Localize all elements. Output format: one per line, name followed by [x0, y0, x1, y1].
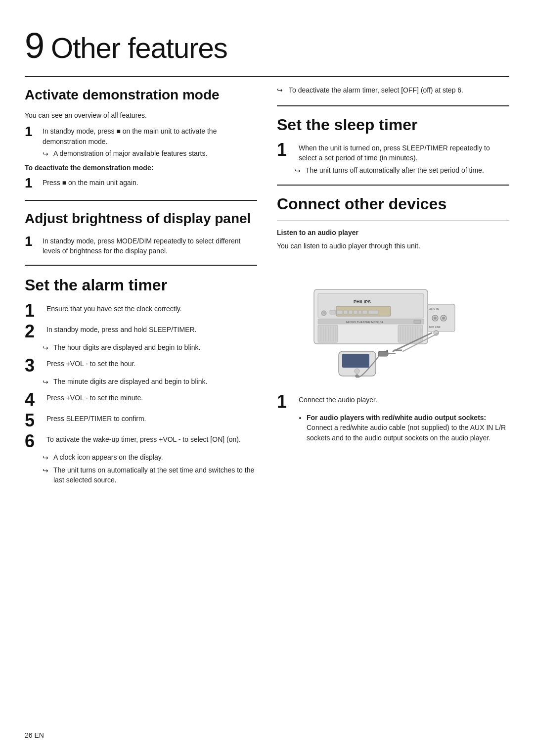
arrow-icon-deact: ↪: [277, 85, 285, 95]
alarm-step6: 6 To activate the wake-up timer, press +…: [25, 432, 257, 485]
page-footer: 26 EN: [25, 730, 44, 740]
arrow-icon-alarm6a: ↪: [43, 453, 50, 463]
arrow-icon-alarm2: ↪: [43, 343, 50, 353]
connect-devices-title: Connect other devices: [277, 192, 509, 215]
svg-point-4: [321, 311, 326, 316]
svg-text:AUX IN: AUX IN: [429, 308, 439, 311]
alarm-step3: 3 Press +VOL - to set the hour. ↪ The mi…: [25, 357, 257, 387]
deactivate-demo-step1: 1 Press ■ on the main unit again.: [25, 176, 257, 191]
svg-text:MP3 LINK: MP3 LINK: [429, 326, 441, 329]
svg-rect-47: [342, 354, 369, 368]
alarm-step6-arrow2: The unit turns on automatically at the s…: [53, 465, 257, 485]
svg-rect-6: [337, 310, 343, 314]
activate-demo-step1: 1 In standby mode, press ■ on the main u…: [25, 124, 257, 159]
svg-point-37: [434, 317, 437, 320]
sleep-step1-num: 1: [277, 141, 295, 159]
sleep-step1-arrow: The unit turns off automatically after t…: [306, 165, 484, 175]
listen-audio-player-subtitle: Listen to an audio player: [277, 228, 509, 237]
alarm-step3-num: 3: [25, 357, 43, 375]
alarm-step4-text: Press +VOL - to set the minute.: [46, 391, 143, 403]
section-alarm-timer: Set the alarm timer 1 Ensure that you ha…: [25, 274, 257, 485]
step-num-1: 1: [25, 124, 39, 140]
page-title: 9Other features: [25, 20, 509, 71]
section-sleep-timer: Set the sleep timer 1 When the unit is t…: [277, 113, 509, 176]
connect-step1: 1 Connect the audio player. For audio pl…: [277, 393, 509, 443]
alarm-step2-text: In standby mode, press and hold SLEEP/TI…: [46, 323, 197, 334]
section-activate-demo: Activate demonstration mode You can see …: [25, 85, 257, 191]
deactivate-demo-text: Press ■ on the main unit again.: [43, 176, 138, 188]
sleep-step1: 1 When the unit is turned on, press SLEE…: [277, 141, 509, 176]
svg-rect-5: [330, 310, 336, 314]
alarm-step3-text: Press +VOL - to set the hour.: [46, 357, 135, 369]
svg-rect-50: [378, 351, 388, 356]
arrow-icon-alarm6b: ↪: [43, 466, 50, 475]
arrow-icon-alarm3: ↪: [43, 377, 50, 387]
activate-demo-step1-arrow: A demonstration of major available featu…: [53, 148, 207, 158]
bullet-title-1: For audio players with red/white audio o…: [307, 414, 486, 422]
svg-text:PHILIPS: PHILIPS: [354, 299, 371, 304]
alarm-step4: 4 Press +VOL - to set the minute.: [25, 391, 257, 409]
connect-step1-text: Connect the audio player.: [299, 393, 377, 405]
svg-rect-10: [358, 310, 361, 314]
bullet-item-1: For audio players with red/white audio o…: [307, 413, 509, 443]
alarm-step5-num: 5: [25, 412, 43, 429]
alarm-step4-num: 4: [25, 391, 43, 409]
alarm-step1-num: 1: [25, 302, 43, 320]
adjust-brightness-title: Adjust brightness of display panel: [25, 209, 257, 229]
svg-point-39: [442, 317, 445, 320]
step-num-deact: 1: [25, 176, 39, 191]
alarm-step2: 2 In standby mode, press and hold SLEEP/…: [25, 323, 257, 353]
activate-demo-intro: You can see an overview of all features.: [25, 110, 257, 120]
deactivate-demo-label: To deactivate the demonstration mode:: [25, 163, 257, 173]
arrow-icon-sleep1: ↪: [295, 166, 303, 176]
alarm-step3-arrow: The minute digits are displayed and begi…: [53, 377, 207, 386]
alarm-step6-arrow1: A clock icon appears on the display.: [53, 452, 163, 462]
alarm-step6-num: 6: [25, 432, 43, 450]
bullet-text-1: Connect a red/white audio cable (not sup…: [307, 424, 506, 441]
deactivate-alarm-note: ↪ To deactivate the alarm timer, select …: [277, 85, 509, 95]
svg-rect-11: [362, 310, 367, 314]
alarm-step5-text: Press SLEEP/TIMER to confirm.: [46, 412, 146, 424]
svg-rect-9: [354, 310, 357, 314]
connect-bullet-list: For audio players with red/white audio o…: [307, 413, 509, 443]
alarm-timer-title: Set the alarm timer: [25, 274, 257, 296]
alarm-step5: 5 Press SLEEP/TIMER to confirm.: [25, 412, 257, 429]
brightness-step1-num: 1: [25, 234, 39, 249]
section-adjust-brightness: Adjust brightness of display panel 1 In …: [25, 209, 257, 256]
activate-demo-title: Activate demonstration mode: [25, 85, 257, 105]
alarm-step1-text: Ensure that you have set the clock corre…: [46, 302, 182, 314]
sleep-step1-text: When the unit is turned on, press SLEEP/…: [299, 141, 509, 163]
svg-point-48: [355, 369, 359, 374]
svg-rect-15: [414, 320, 421, 324]
activate-demo-step1-text: In standby mode, press ■ on the main uni…: [43, 124, 257, 146]
connect-devices-intro: You can listen to audio player through t…: [277, 241, 509, 251]
alarm-step6-text: To activate the wake-up timer, press +VO…: [46, 432, 241, 444]
arrow-icon-1: ↪: [43, 149, 50, 159]
svg-rect-8: [349, 310, 353, 314]
alarm-step2-arrow: The hour digits are displayed and begin …: [53, 342, 200, 352]
sleep-timer-title: Set the sleep timer: [277, 113, 509, 136]
section-connect-devices: Connect other devices Listen to an audio…: [277, 192, 509, 443]
brightness-step1-text: In standby mode, press MODE/DIM repeated…: [43, 234, 257, 256]
svg-rect-12: [368, 310, 378, 314]
deactivate-alarm-text: To deactivate the alarm timer, select [O…: [289, 85, 463, 95]
alarm-step1: 1 Ensure that you have set the clock cor…: [25, 302, 257, 320]
svg-text:MICRO THEATER MCD184: MICRO THEATER MCD184: [346, 321, 383, 324]
connect-step1-num: 1: [277, 393, 295, 411]
device-illustration: PHILIPS MICRO THEATER MCD: [277, 260, 509, 386]
alarm-step2-num: 2: [25, 323, 43, 340]
svg-rect-7: [344, 310, 348, 314]
